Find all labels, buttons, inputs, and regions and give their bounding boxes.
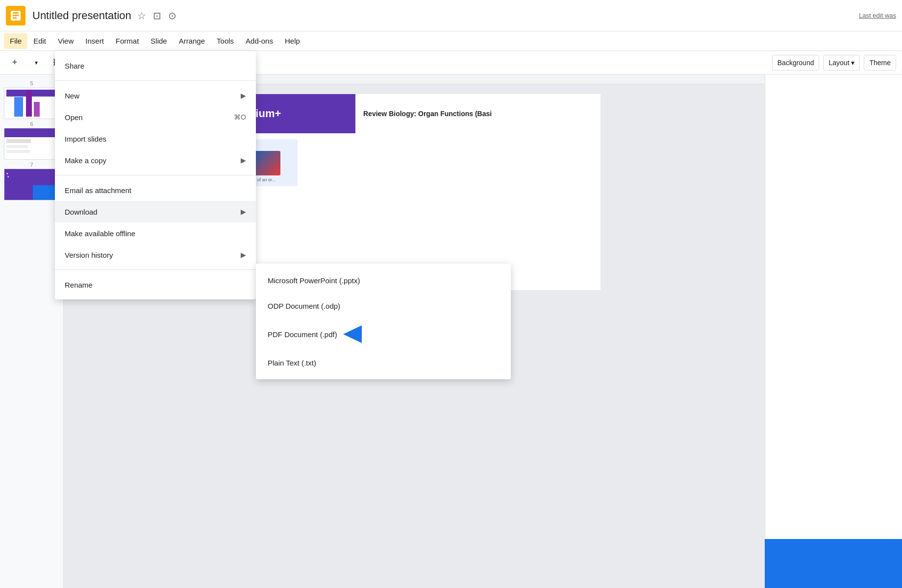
version-label: Version history <box>65 251 241 259</box>
odp-label: ODP Document (.odp) <box>268 302 340 310</box>
copy-arrow-icon: ▶ <box>241 156 246 164</box>
menu-item-offline[interactable]: Make available offline <box>55 222 256 244</box>
share-label: Share <box>65 62 246 70</box>
top-bar: Untitled presentation ☆ ⊡ ⊙ Last edit wa… <box>0 0 902 31</box>
slide-body: Organs an is part of an or... <box>228 133 601 231</box>
menu-file[interactable]: File <box>4 33 27 49</box>
slides-panel: 5 6 7 ● ■ <box>0 74 64 588</box>
title-icons: ☆ ⊡ ⊙ <box>137 10 176 22</box>
slide-thumb-6[interactable]: 6 <box>4 121 59 160</box>
rename-label: Rename <box>65 281 246 289</box>
menu-item-import[interactable]: Import slides <box>55 128 256 149</box>
app-logo <box>6 6 25 25</box>
slide-number-6: 6 <box>4 121 59 127</box>
document-title[interactable]: Untitled presentation <box>32 9 131 22</box>
divider-1 <box>55 80 256 81</box>
menu-item-version[interactable]: Version history ▶ <box>55 244 256 266</box>
menu-format[interactable]: Format <box>110 33 145 49</box>
slide5-chart-bar <box>14 97 23 117</box>
slide-preview-7: ● ■ <box>4 169 58 200</box>
svg-rect-2 <box>13 15 19 16</box>
slide-number-5: 5 <box>4 80 59 86</box>
download-arrow-icon: ▶ <box>241 208 246 216</box>
download-pdf[interactable]: PDF Document (.pdf) <box>256 318 511 350</box>
add-slide-button[interactable]: + <box>6 54 24 72</box>
new-arrow-icon: ▶ <box>241 92 246 99</box>
menu-view[interactable]: View <box>52 33 79 49</box>
download-txt[interactable]: Plain Text (.txt) <box>256 350 511 375</box>
svg-rect-4 <box>13 12 19 14</box>
slide-number-7: 7 <box>4 162 59 168</box>
right-panel-blue-accent <box>765 539 902 588</box>
pptx-label: Microsoft PowerPoint (.pptx) <box>268 276 360 285</box>
add-dropdown-button[interactable]: ▾ <box>27 54 45 72</box>
divider-2 <box>55 175 256 175</box>
menu-bar: File Edit View Insert Format Slide Arran… <box>0 31 902 51</box>
slide-thumb-5[interactable]: 5 <box>4 80 59 119</box>
import-label: Import slides <box>65 135 246 143</box>
layout-button[interactable]: Layout ▾ <box>823 55 860 71</box>
menu-addons[interactable]: Add-ons <box>240 33 279 49</box>
menu-item-share[interactable]: Share <box>55 55 256 76</box>
open-shortcut: ⌘O <box>234 113 246 121</box>
menu-item-email[interactable]: Email as attachment <box>55 179 256 201</box>
menu-insert[interactable]: Insert <box>79 33 110 49</box>
new-label: New <box>65 92 241 100</box>
divider-3 <box>55 270 256 270</box>
file-dropdown-menu: Share New ▶ Open ⌘O Import slides Make a… <box>55 51 256 299</box>
theme-button[interactable]: Theme <box>864 55 896 71</box>
slide-thumb-7[interactable]: 7 ● ■ <box>4 162 59 200</box>
version-arrow-icon: ▶ <box>241 251 246 259</box>
menu-edit[interactable]: Edit <box>27 33 52 49</box>
download-label: Download <box>65 208 241 216</box>
menu-arrange[interactable]: Arrange <box>173 33 211 49</box>
open-label: Open <box>65 113 234 122</box>
slide-title-text: Review Biology: Organ Functions (Basi <box>363 110 492 118</box>
star-icon[interactable]: ☆ <box>137 10 146 22</box>
cloud-icon[interactable]: ⊙ <box>168 10 176 22</box>
slide-title-box: Review Biology: Organ Functions (Basi <box>355 94 601 133</box>
background-button[interactable]: Background <box>772 55 820 71</box>
pdf-arrow-icon <box>343 325 362 343</box>
slide-canvas: remium+ Review Biology: Organ Functions … <box>228 94 601 290</box>
copy-label: Make a copy <box>65 156 241 165</box>
last-edit-link[interactable]: Last edit was <box>859 12 896 19</box>
offline-label: Make available offline <box>65 229 246 238</box>
menu-item-rename[interactable]: Rename <box>55 274 256 295</box>
menu-item-download[interactable]: Download ▶ <box>55 201 256 222</box>
download-odp[interactable]: ODP Document (.odp) <box>256 293 511 318</box>
slide-preview-6 <box>4 128 58 160</box>
slide-preview-5 <box>4 87 58 119</box>
menu-item-open[interactable]: Open ⌘O <box>55 106 256 128</box>
menu-item-new[interactable]: New ▶ <box>55 85 256 106</box>
folder-icon[interactable]: ⊡ <box>153 10 161 22</box>
right-panel <box>765 74 902 588</box>
slide-header-band: remium+ Review Biology: Organ Functions … <box>228 94 601 133</box>
menu-tools[interactable]: Tools <box>211 33 240 49</box>
txt-label: Plain Text (.txt) <box>268 359 316 367</box>
svg-rect-3 <box>13 17 17 19</box>
menu-help[interactable]: Help <box>279 33 306 49</box>
email-label: Email as attachment <box>65 186 246 195</box>
menu-item-copy[interactable]: Make a copy ▶ <box>55 149 256 171</box>
menu-slide[interactable]: Slide <box>145 33 173 49</box>
pdf-label: PDF Document (.pdf) <box>268 330 337 339</box>
download-pptx[interactable]: Microsoft PowerPoint (.pptx) <box>256 268 511 293</box>
download-submenu: Microsoft PowerPoint (.pptx) ODP Documen… <box>256 264 511 379</box>
